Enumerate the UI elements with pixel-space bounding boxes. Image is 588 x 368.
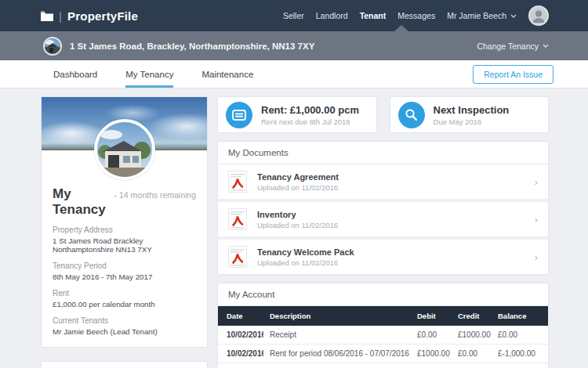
stat-cards-row: Rent: £1,000.00 pcm Rent next due 8th Ju… (217, 96, 549, 133)
nav-item-seller[interactable]: Seller (283, 11, 304, 20)
change-tenancy-dropdown[interactable]: Change Tenancy (477, 41, 549, 51)
cell-balance: £0.00 (492, 363, 548, 368)
folder-icon (41, 11, 53, 21)
rent-stat-text: Rent: £1,000.00 pcm Rent next due 8th Ju… (261, 104, 359, 126)
document-meta: Uploaded on 11/02/2016 (257, 258, 354, 267)
field-value: 8th May 2016 - 7th May 2017 (53, 272, 196, 281)
my-documents-panel: My Documents Tenancy Agreement Uploaded … (217, 141, 549, 275)
column-header-credit: Credit (452, 306, 492, 326)
top-nav: Seller Landlord Tenant Messages Mr Jamie… (283, 5, 549, 26)
field-label: Rent (53, 289, 196, 298)
user-menu[interactable]: Mr Jamie Beech (447, 11, 517, 20)
rent-stat-subtitle: Rent next due 8th Jul 2016 (261, 117, 359, 126)
credit-card-icon (232, 110, 246, 121)
search-icon (405, 108, 418, 121)
tab-bar: Dashboard My Tenancy Maintenance Report … (0, 60, 588, 88)
top-navigation-bar: | PropertyFile Seller Landlord Tenant Me… (0, 0, 588, 31)
table-row: 10/02/2016 Rent for period 08/06/2016 - … (218, 345, 548, 363)
field-label: Current Tenants (53, 316, 196, 325)
column-header-debit: Debit (411, 306, 452, 326)
rent-stat-title: Rent: £1,000.00 pcm (261, 104, 359, 116)
my-account-panel: My Account Date Description Debit Credit… (217, 283, 549, 368)
cell-debit: £0.00 (411, 363, 452, 368)
document-name: Tenancy Welcome Pack (257, 247, 354, 257)
left-column: My Tenancy - 14 months remaining Propert… (41, 96, 208, 368)
change-tenancy-label: Change Tenancy (477, 41, 539, 51)
document-name: Inventory (257, 210, 338, 219)
my-account-title: My Account (218, 283, 548, 306)
document-row-inventory[interactable]: Inventory Uploaded on 11/02/2016 › (218, 202, 548, 240)
document-row-tenancy-welcome-pack[interactable]: Tenancy Welcome Pack Uploaded on 11/02/2… (218, 240, 548, 274)
table-row: 10/02/2016 Receipt £0.00 £100.00 £0.00 (218, 363, 548, 368)
document-text: Tenancy Agreement Uploaded on 11/02/2016 (257, 172, 339, 192)
cell-balance: £-1,000.00 (492, 345, 548, 363)
field-value: 1 St James Road Brackley Northamptonshir… (53, 236, 196, 254)
right-column: Rent: £1,000.00 pcm Rent next due 8th Ju… (217, 96, 549, 368)
document-name: Tenancy Agreement (257, 172, 339, 182)
nav-item-messages[interactable]: Messages (397, 11, 435, 20)
field-current-tenants: Current Tenants Mr Jamie Beech (Lead Ten… (53, 316, 196, 336)
house-photo-image (97, 122, 152, 177)
main-content: My Tenancy - 14 months remaining Propert… (0, 88, 588, 368)
tab-maintenance[interactable]: Maintenance (201, 60, 253, 88)
cell-credit: £1000.00 (452, 326, 492, 345)
brand-separator: | (59, 9, 62, 23)
inspection-stat-title: Next Inspection (434, 104, 510, 116)
cell-debit: £1000.00 (411, 345, 452, 363)
cell-debit: £0.00 (411, 326, 452, 345)
cell-date: 10/02/2016 (218, 326, 263, 345)
field-tenancy-period: Tenancy Period 8th May 2016 - 7th May 20… (53, 262, 196, 281)
house-thumb-image (45, 38, 60, 54)
column-header-description: Description (263, 306, 411, 326)
tenancy-remaining: - 14 months remaining (114, 190, 196, 200)
tenancy-summary-card: My Tenancy - 14 months remaining Propert… (41, 96, 208, 348)
field-value: £1,000.00 per calendar month (53, 300, 196, 308)
chevron-down-icon (510, 14, 517, 18)
report-an-issue-button[interactable]: Report An Issue (473, 65, 554, 84)
cell-description: Receipt (263, 326, 411, 345)
document-text: Inventory Uploaded on 11/02/2016 (257, 210, 338, 229)
inspection-stat-text: Next Inspection Due May 2016 (434, 104, 510, 126)
pdf-icon (228, 246, 247, 268)
rent-stat-card: Rent: £1,000.00 pcm Rent next due 8th Ju… (217, 96, 377, 133)
document-meta: Uploaded on 11/02/2016 (257, 221, 338, 229)
property-address: 1 St James Road, Brackley, Northamptonsh… (70, 41, 314, 51)
deposit-details-card: Deposit Details Deposit Amount £1000.00 (41, 361, 208, 368)
column-header-balance: Balance (492, 306, 548, 326)
tab-my-tenancy[interactable]: My Tenancy (125, 60, 173, 88)
document-text: Tenancy Welcome Pack Uploaded on 11/02/2… (257, 247, 354, 267)
cell-date: 10/02/2016 (218, 363, 263, 368)
cell-balance: £0.00 (492, 326, 548, 345)
inspection-icon-circle (398, 102, 425, 128)
cell-credit: £0.00 (452, 345, 492, 363)
tenancy-card-title: My Tenancy (53, 186, 110, 218)
property-thumbnail (43, 37, 62, 56)
inspection-stat-card: Next Inspection Due May 2016 (390, 96, 550, 133)
cell-description: Rent for period 08/06/2016 - 07/07/2016 (263, 345, 411, 363)
account-table-header-row: Date Description Debit Credit Balance (218, 306, 548, 326)
nav-item-tenant[interactable]: Tenant (360, 11, 387, 20)
field-label: Tenancy Period (53, 262, 196, 270)
avatar[interactable] (528, 5, 549, 26)
cell-credit: £100.00 (452, 363, 492, 368)
chevron-right-icon: › (535, 177, 538, 187)
document-row-tenancy-agreement[interactable]: Tenancy Agreement Uploaded on 11/02/2016… (218, 164, 548, 202)
field-rent: Rent £1,000.00 per calendar month (53, 289, 196, 308)
chevron-down-icon (543, 44, 549, 48)
tab-dashboard[interactable]: Dashboard (53, 60, 97, 88)
chevron-right-icon: › (535, 252, 538, 262)
brand-logo[interactable]: | PropertyFile (41, 9, 138, 23)
pdf-icon (228, 208, 247, 230)
table-row: 10/02/2016 Receipt £0.00 £1000.00 £0.00 (218, 326, 548, 345)
house-photo (94, 119, 155, 180)
cell-description: Receipt (263, 363, 411, 368)
pdf-icon (228, 171, 247, 193)
column-header-date: Date (218, 306, 263, 326)
field-property-address: Property Address 1 St James Road Brackle… (53, 225, 196, 254)
field-value: Mr Jamie Beech (Lead Tenant) (53, 327, 196, 336)
nav-item-landlord[interactable]: Landlord (316, 11, 348, 20)
my-documents-title: My Documents (218, 142, 548, 164)
person-icon (530, 7, 547, 24)
brand-name: PropertyFile (67, 9, 138, 23)
cell-date: 10/02/2016 (218, 345, 263, 363)
